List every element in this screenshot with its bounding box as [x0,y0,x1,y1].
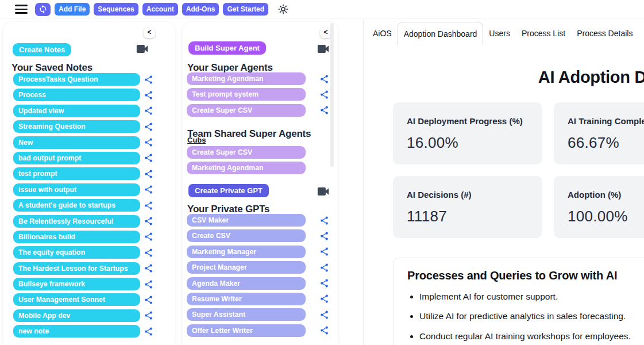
note-row: Bullseye framework [13,278,153,290]
share-icon[interactable] [319,247,329,256]
share-icon[interactable] [144,216,153,226]
share-icon[interactable] [319,325,329,335]
share-icon[interactable] [144,153,153,163]
add-file-button[interactable]: Add File [55,3,90,16]
share-icon[interactable] [144,295,153,305]
note-item[interactable]: A student's guide to startups [13,199,140,212]
create-notes-button[interactable]: Create Notes [13,43,71,56]
note-item[interactable]: new note [13,325,140,338]
collapse-notes-panel-button[interactable]: < [144,28,155,38]
note-item[interactable]: Billionaires build [13,231,140,243]
sequences-button[interactable]: Sequences [94,3,138,16]
private-gpt-item[interactable]: CSV Maker [187,214,306,227]
note-item[interactable]: bad output prompt [13,152,140,164]
private-gpt-item[interactable]: Resume Writer [187,293,306,305]
note-item[interactable]: New [13,136,140,149]
tab[interactable]: I [638,22,644,45]
theme-toggle-sun-icon[interactable] [277,3,289,15]
account-button[interactable]: Account [142,3,178,16]
super-agent-item[interactable]: Create Super CSV [187,104,306,117]
tab[interactable]: AiOS [367,22,398,45]
metric-card: AI Decisions (#) 11187 [393,176,542,238]
tab[interactable]: Process List [516,22,571,45]
note-item[interactable]: Streaming Question [13,120,140,133]
get-started-button[interactable]: Get Started [223,3,268,16]
share-icon[interactable] [144,310,153,320]
refresh-button[interactable] [35,3,51,16]
share-icon[interactable] [144,106,153,116]
share-icon[interactable] [144,75,153,85]
note-item[interactable]: Updated view [13,105,140,117]
share-icon[interactable] [144,279,153,289]
share-icon[interactable] [144,201,153,210]
scrollbar-thumb[interactable] [330,23,334,167]
share-icon[interactable] [144,327,153,336]
tab[interactable]: Users [483,22,516,45]
super-agent-item[interactable]: Marketing Agendman [187,72,306,85]
share-icon[interactable] [319,294,329,304]
share-icon[interactable] [319,90,329,99]
create-private-gpt-button[interactable]: Create Private GPT [188,184,269,197]
saved-notes-panel: < Create Notes Your Saved Notes ProcessT… [3,22,175,345]
note-row: bad output prompt [13,152,153,164]
tab[interactable]: Adoption Dashboard [398,22,484,45]
tab[interactable]: Process Details [571,22,638,45]
note-item[interactable]: test prompt [13,167,140,180]
private-gpt-item[interactable]: Marketing Manager [187,246,306,258]
share-icon[interactable] [144,137,153,147]
team-group-cubs-link[interactable]: Cubs [187,136,206,144]
private-gpt-item[interactable]: Project Manager [187,261,306,274]
private-gpt-item[interactable]: Agenda Maker [187,277,306,290]
note-row: Mobile App dev [13,309,153,322]
share-icon[interactable] [144,169,153,179]
video-camera-icon[interactable] [317,44,329,53]
share-icon[interactable] [144,248,153,258]
gpt-row: Super Assistant [187,308,329,321]
share-icon[interactable] [144,232,153,241]
video-camera-icon[interactable] [136,44,148,53]
gpt-row: Marketing Manager [187,246,329,258]
note-item[interactable]: Bullseye framework [13,278,140,290]
note-row: The Hardest Lesson for Startups [13,262,153,275]
video-camera-icon[interactable] [317,187,329,196]
team-agent-item[interactable]: Create Super CSV [187,146,306,159]
agent-row: Create Super CSV [187,146,329,159]
gpt-row: Project Manager [187,261,329,274]
note-item[interactable]: Be Relentlessly Resourceful [13,215,140,228]
note-item[interactable]: ProcessTasks Question [13,73,140,86]
hamburger-menu-icon[interactable] [15,5,28,14]
super-agent-item[interactable]: Test prompt system [187,88,306,101]
note-item[interactable]: Mobile App dev [13,309,140,322]
agent-row: Marketing Agendman [187,162,329,174]
share-icon[interactable] [319,263,329,273]
share-icon[interactable] [319,231,329,241]
note-item[interactable]: The equity equation [13,246,140,259]
private-gpt-item[interactable]: Offer Letter Writer [187,324,306,337]
build-super-agent-button[interactable]: Build Super Agent [188,41,266,55]
saved-notes-list: ProcessTasks Question Process Updated vi… [13,73,153,341]
share-icon[interactable] [319,216,329,225]
share-icon[interactable] [319,74,329,84]
share-icon[interactable] [144,185,153,194]
gpt-row: Create CSV [187,229,329,242]
share-icon[interactable] [144,122,153,132]
note-item[interactable]: User Management Sonnet [13,293,140,306]
agent-row: Marketing Agendman [187,72,329,85]
note-item[interactable]: The Hardest Lesson for Startups [13,262,140,275]
share-icon[interactable] [144,90,153,100]
share-icon[interactable] [144,263,153,273]
refresh-icon [38,5,48,14]
collapse-agents-panel-button[interactable]: < [320,28,331,38]
note-row: The equity equation [13,246,153,259]
add-ons-button[interactable]: Add-Ons [182,3,219,16]
share-icon[interactable] [319,310,329,320]
share-icon[interactable] [319,105,329,115]
share-icon[interactable] [319,278,329,288]
team-agent-item[interactable]: Marketing Agendman [187,162,306,174]
agent-row: Create Super CSV [187,104,329,117]
note-row: A student's guide to startups [13,199,153,212]
private-gpt-item[interactable]: Super Assistant [187,308,306,321]
note-item[interactable]: issue with output [13,183,140,196]
note-item[interactable]: Process [13,89,140,101]
private-gpt-item[interactable]: Create CSV [187,229,306,242]
